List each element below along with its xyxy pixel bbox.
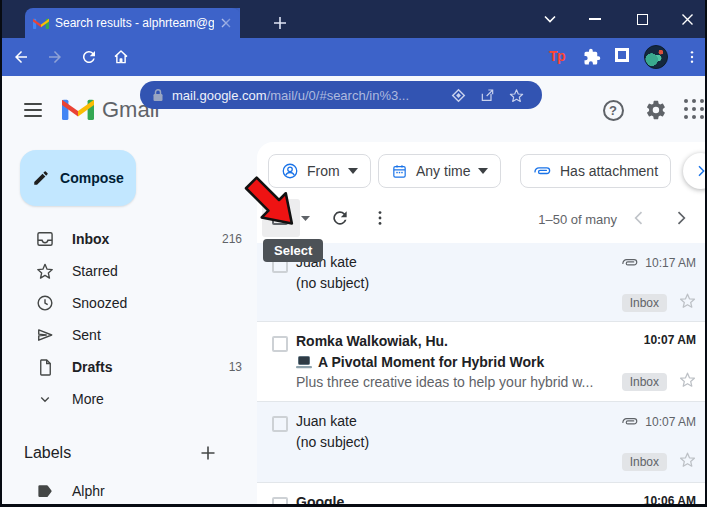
sidebar-item-label: Sent: [72, 327, 101, 343]
sidebar-item-label: Inbox: [72, 231, 109, 247]
email-subject: A Pivotal Moment for Hybrid Work: [318, 354, 544, 370]
inbox-badge: Inbox: [622, 453, 667, 471]
window-close-button[interactable]: [673, 6, 701, 32]
paperclip-icon: [533, 162, 552, 181]
caret-down-icon: [348, 168, 358, 174]
pagination-text: 1–50 of many: [487, 212, 617, 227]
sidebar-label-alphr[interactable]: Alphr: [12, 476, 248, 506]
address-bar[interactable]: mail.google.com/mail/u/0/#search/in%3...: [140, 81, 542, 109]
sidebar-item-starred[interactable]: Starred: [12, 256, 248, 286]
star-icon: [34, 261, 56, 281]
back-button[interactable]: [8, 45, 34, 69]
email-time: 10:07 AM: [644, 333, 696, 347]
main-menu-icon[interactable]: [24, 99, 42, 121]
browser-menu-icon[interactable]: [680, 45, 704, 69]
window-minimize-button[interactable]: [581, 6, 609, 32]
calendar-icon: [391, 163, 408, 180]
email-subject: (no subject): [296, 275, 369, 291]
forward-button[interactable]: [42, 45, 68, 69]
bookmark-star-icon[interactable]: [502, 87, 530, 104]
filter-chip-has-attachment[interactable]: Has attachment: [520, 154, 671, 188]
select-dropdown-caret[interactable]: [301, 216, 310, 221]
label-tag-icon: [34, 482, 56, 501]
laptop-emoji-icon: [296, 356, 312, 369]
refresh-icon[interactable]: [330, 208, 350, 228]
email-snippet: Plus three creative ideas to help your h…: [296, 374, 601, 390]
more-options-icon[interactable]: [370, 208, 390, 228]
help-icon[interactable]: ?: [600, 97, 626, 123]
email-row[interactable]: Romka Walkowiak, Hu. 10:07 AM A Pivotal …: [257, 322, 705, 402]
chevron-down-icon: [34, 390, 56, 408]
newer-page-chevron-icon[interactable]: [629, 208, 649, 228]
url-path: /mail/u/0/#search/in%3...: [267, 88, 409, 103]
inbox-badge: Inbox: [622, 373, 667, 391]
sidebar-item-label: Starred: [72, 263, 118, 279]
browser-tab[interactable]: Search results - alphrteam@gmai: [25, 8, 240, 38]
google-apps-grid-icon[interactable]: [684, 99, 704, 119]
sidebar-item-count: 13: [229, 360, 242, 374]
pencil-icon: [32, 169, 50, 187]
email-subject-line: A Pivotal Moment for Hybrid Work: [296, 354, 544, 370]
attachment-paperclip-icon: [621, 413, 639, 431]
filter-chip-label: From: [307, 163, 340, 179]
side-panel-icon[interactable]: [615, 48, 629, 62]
window-chevron-button[interactable]: [536, 6, 564, 32]
filter-chip-any-time[interactable]: Any time: [378, 154, 501, 188]
reader-diamond-icon[interactable]: [444, 88, 472, 103]
sidebar-item-inbox[interactable]: Inbox 216: [12, 224, 248, 254]
sidebar-item-count: 216: [222, 232, 242, 246]
tp-extension-icon[interactable]: Tp: [549, 48, 565, 64]
mail-list-pane: From Any time Has attachment: [257, 142, 705, 507]
sidebar-item-label: More: [72, 391, 104, 407]
older-page-chevron-icon[interactable]: [671, 208, 691, 228]
chevron-right-icon: [693, 163, 705, 179]
sidebar-item-sent[interactable]: Sent: [12, 320, 248, 350]
attachment-paperclip-icon: [621, 254, 639, 272]
window-maximize-button[interactable]: [628, 6, 656, 32]
inbox-badge: Inbox: [622, 294, 667, 312]
tab-title: Search results - alphrteam@gmai: [55, 16, 214, 30]
email-time: 10:17 AM: [645, 256, 696, 270]
chips-scroll-right-button[interactable]: [683, 153, 705, 189]
email-sender: Juan kate: [296, 413, 357, 429]
settings-gear-icon[interactable]: [643, 97, 669, 123]
email-checkbox[interactable]: [272, 336, 288, 352]
reload-button[interactable]: [76, 45, 102, 69]
tab-title-fade: [214, 8, 240, 38]
inbox-icon: [34, 229, 56, 249]
sidebar-item-snoozed[interactable]: Snoozed: [12, 288, 248, 318]
email-row[interactable]: Juan kate 10:07 AM (no subject) Inbox: [257, 402, 705, 483]
email-time: 10:07 AM: [645, 415, 696, 429]
create-label-plus-icon[interactable]: [196, 441, 220, 465]
profile-avatar[interactable]: [644, 45, 668, 69]
extensions-puzzle-icon[interactable]: [581, 46, 603, 68]
email-subject: (no subject): [296, 434, 369, 450]
labels-section-header: Labels: [0, 438, 248, 468]
sidebar-item-label: Drafts: [72, 359, 112, 375]
draft-file-icon: [34, 358, 56, 377]
lock-icon: [152, 88, 164, 102]
sidebar-item-drafts[interactable]: Drafts 13: [12, 352, 248, 382]
gmail-favicon-icon: [33, 17, 49, 29]
caret-down-icon: [478, 168, 488, 174]
new-tab-button[interactable]: [268, 11, 292, 35]
compose-button[interactable]: Compose: [20, 150, 136, 206]
share-icon[interactable]: [472, 87, 502, 103]
select-tooltip: Select: [263, 239, 323, 262]
sidebar-item-more[interactable]: More: [12, 384, 248, 414]
window-titlebar: Search results - alphrteam@gmai: [0, 0, 707, 38]
star-toggle-icon[interactable]: [678, 450, 697, 469]
red-annotation-arrow: [228, 168, 296, 232]
sidebar-item-label: Snoozed: [72, 295, 127, 311]
gmail-logo-icon: [62, 96, 94, 120]
labels-title: Labels: [24, 444, 71, 462]
star-toggle-icon[interactable]: [678, 370, 697, 389]
clock-icon: [34, 293, 56, 313]
browser-toolbar: mail.google.com/mail/u/0/#search/in%3...…: [0, 38, 707, 76]
email-row[interactable]: Juan kate 10:17 AM (no subject) Inbox: [257, 243, 705, 322]
sidebar-item-label: Alphr: [72, 483, 105, 499]
email-checkbox[interactable]: [272, 416, 288, 432]
star-toggle-icon[interactable]: [678, 291, 697, 310]
home-button[interactable]: [108, 45, 134, 69]
filter-chip-label: Has attachment: [560, 163, 658, 179]
